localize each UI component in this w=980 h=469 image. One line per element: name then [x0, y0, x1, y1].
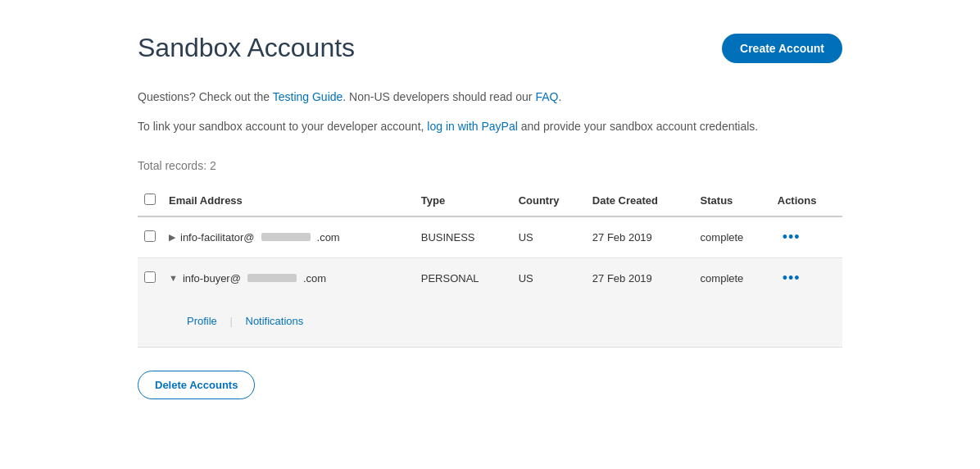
row2-check-cell: [138, 257, 162, 298]
col-status-header: Status: [694, 185, 771, 216]
row1-email-suffix: .com: [317, 231, 340, 244]
info-line1-text-after: .: [558, 90, 561, 103]
table-row: ▼ info-buyer@.com PERSONAL US 27 Feb 201…: [138, 257, 842, 298]
row2-date: 27 Feb 2019: [586, 257, 694, 298]
col-type-header: Type: [415, 185, 512, 216]
row1-checkbox[interactable]: [144, 230, 156, 242]
page-container: Sandbox Accounts Create Account Question…: [121, 0, 859, 432]
row1-check-cell: [138, 216, 162, 258]
table-row: ▶ info-facilitator@.com BUSINESS US 27 F…: [138, 216, 842, 258]
col-actions-header: Actions: [771, 185, 842, 216]
testing-guide-link[interactable]: Testing Guide: [273, 90, 343, 103]
faq-link[interactable]: FAQ: [535, 90, 558, 103]
row2-profile-link[interactable]: Profile: [187, 315, 217, 327]
sub-links-divider: |: [229, 315, 232, 327]
row2-email-suffix: .com: [303, 272, 326, 285]
table-sub-row: Profile | Notifications: [138, 298, 842, 348]
row1-country: US: [512, 216, 586, 258]
row1-actions-button[interactable]: •••: [778, 227, 805, 248]
info-line2-text-after: and provide your sandbox account credent…: [518, 120, 758, 133]
header-row: Sandbox Accounts Create Account: [138, 33, 842, 63]
row2-actions-button[interactable]: •••: [778, 268, 805, 289]
info-line2-text-before: To link your sandbox account to your dev…: [138, 120, 427, 133]
delete-accounts-button[interactable]: Delete Accounts: [138, 371, 255, 399]
select-all-checkbox[interactable]: [144, 194, 156, 205]
row1-email-redacted: [261, 233, 311, 241]
row1-type: BUSINESS: [415, 216, 512, 258]
row2-actions-cell: •••: [771, 257, 842, 298]
total-records: Total records: 2: [138, 159, 842, 172]
row2-type: PERSONAL: [415, 257, 512, 298]
col-country-header: Country: [512, 185, 586, 216]
row1-email-prefix: info-facilitator@: [180, 231, 255, 244]
info-paragraph-2: To link your sandbox account to your dev…: [138, 117, 842, 135]
row2-email-prefix: info-buyer@: [183, 272, 241, 285]
row2-sub-links: Profile | Notifications: [144, 308, 836, 337]
row1-email-cell: ▶ info-facilitator@.com: [162, 216, 415, 258]
login-paypal-link[interactable]: log in with PayPal: [427, 120, 518, 133]
info-line1-text-middle: . Non-US developers should read our: [343, 90, 535, 103]
accounts-table: Email Address Type Country Date Created …: [138, 185, 842, 348]
row2-checkbox[interactable]: [144, 271, 156, 283]
col-date-header: Date Created: [586, 185, 694, 216]
row1-expand-icon[interactable]: ▶: [169, 232, 175, 243]
create-account-button[interactable]: Create Account: [722, 34, 842, 63]
info-paragraph-1: Questions? Check out the Testing Guide. …: [138, 88, 842, 106]
info-section: Questions? Check out the Testing Guide. …: [138, 88, 842, 136]
col-email-header: Email Address: [162, 185, 415, 216]
row2-email-cell: ▼ info-buyer@.com: [162, 257, 415, 298]
row2-email-redacted: [247, 274, 297, 282]
info-line1-text-before: Questions? Check out the: [138, 90, 273, 103]
col-check-header: [138, 185, 162, 216]
table-header-row: Email Address Type Country Date Created …: [138, 185, 842, 216]
row2-country: US: [512, 257, 586, 298]
row2-notifications-link[interactable]: Notifications: [246, 315, 304, 327]
row1-status: complete: [694, 216, 771, 258]
row2-sub-links-cell: Profile | Notifications: [138, 298, 842, 348]
row2-status: complete: [694, 257, 771, 298]
row1-actions-cell: •••: [771, 216, 842, 258]
page-title: Sandbox Accounts: [138, 33, 355, 63]
row1-date: 27 Feb 2019: [586, 216, 694, 258]
row2-expand-icon[interactable]: ▼: [169, 273, 178, 283]
